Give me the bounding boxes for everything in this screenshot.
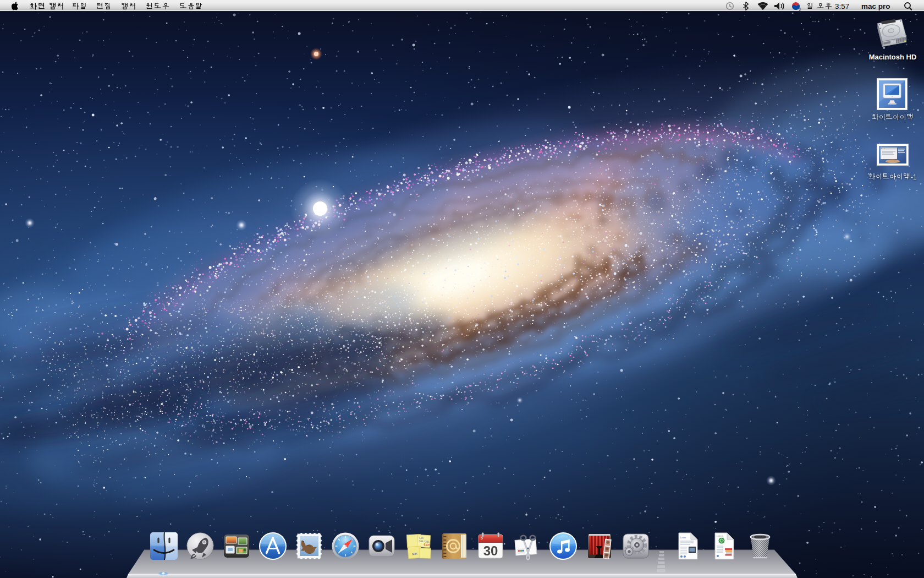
svg-text:L04: L04: [419, 536, 424, 539]
svg-text:Eggs: Eggs: [424, 543, 430, 546]
svg-text:30: 30: [483, 543, 498, 558]
svg-text:Letter: Letter: [680, 536, 686, 539]
svg-text:-1: -1: [911, 173, 917, 181]
svg-text:mac pro: mac pro: [861, 2, 890, 10]
svg-text:2: 2: [799, 8, 801, 12]
svg-text:3:57: 3:57: [835, 2, 849, 10]
svg-text:Letter 2: Letter 2: [717, 535, 723, 537]
svg-text:Milk: Milk: [412, 552, 418, 556]
